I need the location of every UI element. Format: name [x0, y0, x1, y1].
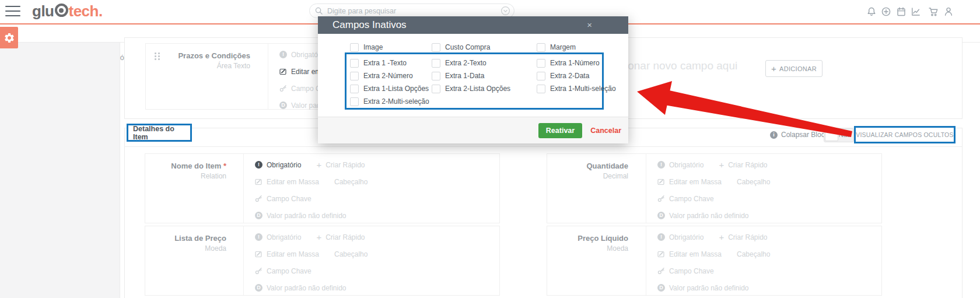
add-field-button[interactable]: + ADICIONAR — [765, 60, 822, 77]
option-quick-create[interactable]: +Criar Rápido — [316, 160, 365, 169]
checkbox-icon — [432, 72, 440, 80]
checkbox-extra-1-texto[interactable]: Extra 1 -Texto — [350, 59, 432, 68]
view-hidden-fields-button[interactable]: VISUALIZAR CAMPOS OCULTOS — [854, 126, 956, 143]
field-card-lista-de-preco: Lista de Preço Moeda !Obrigatório +Criar… — [145, 226, 500, 296]
checkbox-icon — [350, 43, 359, 52]
checkbox-margem[interactable]: Margem — [537, 43, 633, 52]
checkbox-image[interactable]: Image — [350, 43, 432, 52]
checkbox-extra-1-multi-selecao[interactable]: Extra 1-Multi-seleção — [537, 85, 633, 93]
toggle-value: Não — [839, 131, 850, 138]
checkbox-extra-2-numero[interactable]: Extra 2-Número — [350, 72, 432, 80]
option-key-field[interactable]: Campo Chave — [657, 267, 714, 275]
required-icon: ! — [657, 233, 665, 241]
field-card-preco-liquido: Preço Líquido Moeda !Obrigatório +Criar … — [547, 226, 882, 296]
checkbox-icon — [432, 85, 440, 93]
field-type: Moeda — [145, 244, 226, 253]
option-mass-edit[interactable]: Editar em Massa — [657, 250, 722, 258]
checkbox-extra-2-texto[interactable]: Extra 2-Texto — [432, 59, 537, 68]
cancel-link[interactable]: Cancelar — [590, 127, 621, 135]
option-quick-create[interactable]: +Criar Rápido — [719, 233, 767, 241]
default-value-icon: D — [279, 101, 287, 109]
close-icon[interactable]: × — [587, 20, 592, 29]
search-icon — [314, 6, 323, 15]
option-default-value[interactable]: DValor padrão não definido — [657, 284, 749, 292]
option-header[interactable]: Cabeçalho — [334, 250, 368, 258]
cart-icon[interactable] — [928, 6, 939, 17]
hamburger-menu-icon[interactable] — [5, 6, 20, 17]
notifications-bell-icon[interactable] — [866, 6, 877, 17]
key-icon — [657, 195, 665, 202]
plus-icon: + — [771, 64, 776, 73]
checkbox-icon — [537, 72, 545, 80]
field-type: Relation — [145, 172, 226, 180]
checkbox-icon — [350, 72, 359, 80]
user-icon[interactable] — [943, 6, 954, 17]
key-icon — [255, 267, 262, 275]
option-mass-edit[interactable]: Editar em Massa — [255, 178, 319, 186]
modal-title: Campos Inativos — [332, 16, 407, 34]
search-dropdown-icon[interactable] — [501, 6, 510, 16]
edit-icon — [657, 250, 665, 258]
checkbox-custo-compra[interactable]: Custo Compra — [432, 43, 537, 52]
option-required[interactable]: !Obrigatório — [255, 233, 301, 241]
option-key-field[interactable]: Campo Chave — [657, 195, 714, 203]
checkbox-icon — [350, 85, 359, 93]
option-default-value[interactable]: DValor padrão não definido — [255, 284, 346, 292]
toggle-knob — [825, 129, 838, 141]
extra-fields-grid: Extra 1 -Texto Extra 2-Texto Extra 1-Núm… — [350, 57, 633, 108]
field-name: Preço Líquido — [547, 234, 628, 243]
collapse-label: Colapsar Bloco — [781, 131, 828, 139]
checkbox-extra-1-lista-opcoes[interactable]: Extra 1-Lista Opções — [350, 85, 432, 93]
option-default-value[interactable]: DValor padrão não definido — [657, 212, 749, 220]
field-card-quantidade: Quantidade Decimal !Obrigatório +Criar R… — [547, 153, 882, 223]
checkbox-extra-1-data[interactable]: Extra 1-Data — [432, 72, 537, 80]
checkbox-extra-2-lista-opcoes[interactable]: Extra 2-Lista Opções — [432, 85, 537, 93]
option-mass-edit[interactable]: Editar em Massa — [255, 250, 319, 258]
plus-icon: + — [316, 160, 321, 169]
option-required[interactable]: !Obrigatório — [255, 161, 301, 169]
reactivate-button[interactable]: Reativar — [538, 123, 582, 138]
logo-o-icon — [55, 3, 68, 17]
option-quick-create[interactable]: +Criar Rápido — [719, 160, 767, 169]
checkbox-icon — [350, 97, 359, 106]
plus-icon: + — [719, 233, 724, 241]
option-required[interactable]: !Obrigatório — [657, 233, 704, 241]
option-header[interactable]: Cabeçalho — [737, 250, 770, 258]
collapse-block-control: i Colapsar Bloco — [770, 131, 828, 139]
default-value-icon: D — [255, 284, 262, 292]
edit-icon — [279, 68, 287, 75]
gear-icon — [4, 32, 15, 44]
checkbox-extra-1-numero[interactable]: Extra 1-Número — [537, 59, 633, 68]
checkbox-extra-2-multi-selecao[interactable]: Extra 2-Multi-seleção — [350, 97, 432, 106]
field-type: Decimal — [547, 172, 628, 180]
plus-icon: + — [316, 233, 321, 241]
option-header[interactable]: Cabeçalho — [334, 178, 368, 186]
settings-gear-button[interactable] — [0, 27, 18, 48]
option-default-value[interactable]: DValor padrão não definido — [255, 212, 346, 220]
analytics-chart-icon[interactable] — [911, 6, 921, 17]
option-mass-edit[interactable]: Editar em Massa — [657, 178, 722, 186]
field-name: Prazos e Condições — [146, 51, 250, 60]
checkbox-icon — [537, 43, 545, 52]
field-type: Moeda — [547, 244, 628, 253]
required-icon: ! — [255, 233, 262, 241]
option-key-field[interactable]: Campo Chave — [255, 195, 312, 203]
default-value-icon: D — [657, 284, 665, 292]
required-icon: ! — [255, 161, 262, 169]
info-icon: i — [770, 131, 778, 139]
option-key-field[interactable]: Campo Chave — [255, 267, 312, 275]
calendar-icon[interactable] — [896, 6, 907, 17]
option-quick-create[interactable]: +Criar Rápido — [316, 233, 365, 241]
checkbox-icon — [350, 59, 359, 68]
logo-text-glu: glu — [32, 2, 54, 20]
logo-text-tech: tech. — [69, 2, 103, 20]
option-required[interactable]: !Obrigatório — [657, 161, 704, 169]
field-type: Área Texto — [146, 62, 250, 70]
add-circle-icon[interactable] — [881, 6, 891, 17]
collapse-toggle[interactable]: Não — [824, 128, 854, 142]
block-title-annotated: Detalhes do Item — [127, 124, 192, 142]
field-name: Nome do Item * — [145, 162, 226, 170]
field-name: Quantidade — [547, 162, 628, 170]
checkbox-extra-2-data[interactable]: Extra 2-Data — [537, 72, 633, 80]
option-header[interactable]: Cabeçalho — [737, 178, 770, 186]
